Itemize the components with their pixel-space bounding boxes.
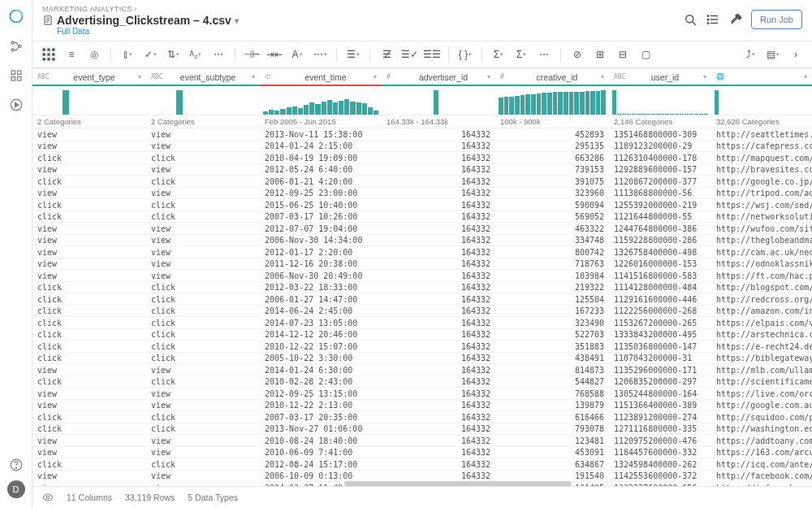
cell[interactable]: 164332 (382, 176, 495, 188)
cell[interactable]: view (146, 223, 260, 235)
cell[interactable]: click (146, 423, 260, 436)
cell[interactable]: 634867 (495, 458, 609, 471)
filter-tool[interactable]: ⇅▾ (165, 46, 181, 63)
cell[interactable]: click (146, 353, 260, 365)
cell[interactable]: 463322 (495, 223, 609, 235)
format-text-button[interactable]: A▾ (289, 46, 305, 63)
cell[interactable]: 164332 (382, 258, 495, 271)
cell[interactable]: 164332 (382, 235, 495, 247)
cell[interactable]: 814873 (495, 364, 609, 376)
cell[interactable]: click (32, 152, 146, 164)
cell[interactable]: 164332 (382, 353, 495, 365)
cell[interactable]: view (146, 188, 260, 200)
cell[interactable]: view (146, 235, 260, 247)
column-header[interactable]: #advertiser_id▾ (382, 68, 495, 86)
export-button[interactable]: ⤴▾ (742, 46, 758, 63)
cell[interactable]: 2015-06-25 10:40:00 (260, 199, 382, 211)
cell[interactable]: view (146, 482, 260, 486)
cell[interactable]: 164332 (382, 199, 495, 211)
cell[interactable]: 569052 (495, 211, 609, 224)
cell[interactable]: https://live.com/orci/ (711, 388, 812, 400)
chevron-down-icon[interactable]: ▾ (252, 73, 255, 80)
cell[interactable]: 2012-03-22 18:33:00 (260, 282, 382, 294)
cell[interactable]: 164332 (382, 435, 495, 447)
cell[interactable]: view (146, 364, 260, 376)
column-name[interactable]: user_id (630, 72, 700, 82)
cell[interactable]: view (32, 435, 146, 447)
cell[interactable]: 123481 (495, 435, 609, 447)
cell[interactable]: 164332 (382, 423, 495, 436)
cell[interactable]: click (146, 282, 260, 294)
cell[interactable]: 2014-07-23 13:05:00 (260, 317, 382, 329)
cell[interactable]: 219322 (495, 282, 609, 294)
column-name[interactable]: event_time (281, 72, 370, 82)
cell[interactable]: view (32, 141, 146, 153)
cell[interactable]: view (32, 246, 146, 258)
cell[interactable]: https://ft.com/hac.png (711, 270, 812, 282)
cell[interactable]: 1135036800000-147 (609, 341, 711, 353)
list-icon[interactable] (706, 12, 720, 27)
cell[interactable]: 1351468800000-309 (609, 128, 711, 141)
cell[interactable]: 718763 (495, 258, 609, 271)
eye-icon[interactable] (42, 492, 54, 503)
union-button[interactable]: ⊞ (592, 46, 608, 63)
column-histogram[interactable] (609, 86, 711, 115)
column-header[interactable]: ABCevent_subtype▾ (146, 68, 260, 86)
cell[interactable]: 1271116800000-335 (609, 423, 711, 436)
cell[interactable]: 1151366400000-389 (609, 400, 711, 412)
cell[interactable]: click (146, 199, 260, 211)
cell[interactable]: click (146, 152, 260, 164)
cell[interactable]: 2011-12-16 20:38:00 (260, 258, 382, 271)
cell[interactable]: 1223337600000-656 (609, 482, 711, 486)
cell[interactable]: http://facebook.com/be (711, 471, 812, 483)
cell[interactable]: https://infoseek.co.jp (711, 482, 812, 486)
cell[interactable]: 739153 (495, 164, 609, 176)
cell[interactable]: click (32, 458, 146, 471)
chevron-down-icon[interactable]: ▾ (374, 73, 377, 80)
cell[interactable]: click (146, 411, 260, 423)
cell[interactable]: http://seattletimes.co (711, 128, 812, 141)
cell[interactable]: 616466 (495, 411, 609, 423)
column-histogram[interactable] (495, 86, 609, 115)
more-tool[interactable]: ⋯ (210, 46, 227, 63)
cell[interactable]: click (32, 411, 146, 423)
cell[interactable]: click (32, 211, 146, 224)
cell[interactable]: view (32, 188, 146, 200)
cell[interactable]: 1123891200000-274 (609, 411, 711, 423)
chevron-down-icon[interactable]: ▾ (138, 73, 141, 80)
cell[interactable]: click (146, 376, 260, 389)
grid-view-button[interactable] (41, 46, 57, 63)
cell[interactable]: 2010-12-22 2:13:00 (260, 400, 382, 412)
help-icon[interactable] (9, 458, 24, 472)
cell[interactable]: 2010-02-28 2:43:00 (260, 376, 382, 389)
column-tool[interactable]: ⫿▾ (119, 46, 136, 63)
cell[interactable]: 663286 (495, 152, 609, 164)
cell[interactable]: 1255392000000-219 (609, 199, 711, 211)
eyedropper-icon[interactable] (728, 12, 743, 27)
cell[interactable]: 334748 (495, 235, 609, 247)
cell[interactable]: 1226016000000-153 (609, 258, 711, 271)
cell[interactable]: https://e-recht24.de/e (711, 341, 812, 353)
cell[interactable]: 164332 (382, 376, 495, 389)
cell[interactable]: view (32, 223, 146, 235)
cell[interactable]: 2006-Nov-30 14:34:00 (260, 235, 382, 247)
cell[interactable]: click (32, 353, 146, 365)
cell[interactable]: 164332 (382, 364, 495, 376)
cell[interactable]: 164332 (382, 388, 495, 400)
cell[interactable]: view (32, 447, 146, 459)
cell[interactable]: http://google.com.au/j (711, 400, 812, 412)
cell[interactable]: 164332 (382, 211, 495, 224)
cell[interactable]: https://wsj.com/sed/la (711, 199, 812, 211)
cell[interactable]: 1113868800000-56 (609, 188, 711, 200)
list-view-button[interactable]: ≡ (63, 46, 80, 63)
cell[interactable]: 590094 (495, 199, 609, 211)
cell[interactable]: 2010-08-24 18:40:00 (260, 435, 382, 447)
cell[interactable]: http://scientificameri (711, 376, 812, 389)
cell[interactable]: view (32, 270, 146, 282)
cell[interactable]: http://washington.edu/ (711, 423, 812, 436)
cell[interactable]: 1121644800000-55 (609, 211, 711, 224)
breadcrumb[interactable]: MARKETING ANALYTICS › (42, 5, 683, 13)
column-header[interactable]: ABCuser_id▾ (609, 68, 711, 86)
cell[interactable]: click (32, 176, 146, 188)
cell[interactable]: view (32, 258, 146, 271)
